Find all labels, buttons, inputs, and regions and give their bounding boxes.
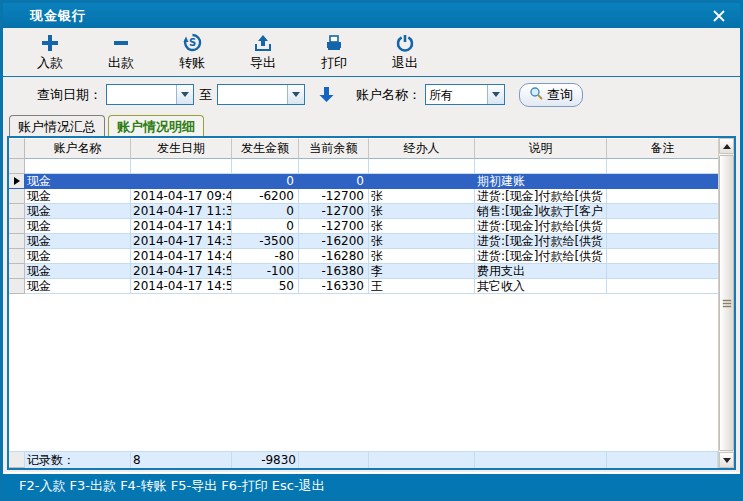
transfer-button[interactable]: S 转账 xyxy=(163,30,221,74)
cell-note xyxy=(607,279,718,294)
search-button[interactable]: 查询 xyxy=(519,83,583,107)
cell-note xyxy=(607,249,718,264)
cell-handler: 张 xyxy=(369,189,475,204)
record-count-value: 8 xyxy=(131,452,232,468)
toolbar: 入款 出款 S 转账 xyxy=(3,28,740,77)
print-button[interactable]: 打印 xyxy=(305,30,363,74)
cell-amount xyxy=(232,159,299,174)
table-row[interactable]: 现金00期初建账 xyxy=(9,174,718,189)
cell-description: 进货:[现金]付款给[供货 xyxy=(475,249,607,264)
cell-amount: -3500 xyxy=(232,234,299,249)
cell-date: 2014-04-17 14:52 xyxy=(131,279,232,294)
toolbar-label: 转账 xyxy=(179,54,205,72)
row-gutter-cell xyxy=(9,264,25,279)
date-from-combobox[interactable] xyxy=(106,84,194,105)
cell-balance: -16330 xyxy=(299,279,369,294)
column-header-balance[interactable]: 当前余额 xyxy=(299,138,369,159)
summary-empty-cell xyxy=(369,452,475,468)
row-gutter-cell xyxy=(9,234,25,249)
cell-account: 现金 xyxy=(25,234,131,249)
cell-amount: -100 xyxy=(232,264,299,279)
withdraw-button[interactable]: 出款 xyxy=(92,30,150,74)
transfer-icon: S xyxy=(183,33,202,53)
cell-description: 进货:[现金]付款给[供货 xyxy=(475,189,607,204)
cell-amount: 0 xyxy=(232,204,299,219)
cell-balance: -16380 xyxy=(299,264,369,279)
cell-balance: -16200 xyxy=(299,234,369,249)
cell-date: 2014-04-17 11:34 xyxy=(131,204,232,219)
tab-account-summary[interactable]: 账户情况汇总 xyxy=(9,115,105,136)
deposit-button[interactable]: 入款 xyxy=(21,30,79,74)
row-gutter-cell xyxy=(9,279,25,294)
account-combobox[interactable]: 所有 xyxy=(425,84,505,105)
dropdown-button[interactable] xyxy=(287,85,304,104)
dropdown-button[interactable] xyxy=(176,85,193,104)
cell-balance: -16280 xyxy=(299,249,369,264)
column-header-amount[interactable]: 发生金额 xyxy=(232,138,299,159)
table-header-row: 账户名称 发生日期 发生金额 当前余额 经办人 说明 备注 xyxy=(9,138,718,159)
scrollbar-track[interactable] xyxy=(719,154,734,452)
cell-handler: 李 xyxy=(369,264,475,279)
cell-amount: 0 xyxy=(232,174,299,189)
cell-account: 现金 xyxy=(25,219,131,234)
cell-balance: -12700 xyxy=(299,219,369,234)
table-row[interactable]: 现金2014-04-17 14:31-3500-16200张进货:[现金]付款给… xyxy=(9,234,718,249)
cell-handler: 张 xyxy=(369,249,475,264)
table-row[interactable]: 现金2014-04-17 14:5250-16330王其它收入 xyxy=(9,279,718,294)
records-table: 账户名称 发生日期 发生金额 当前余额 经办人 说明 备注 现金00期初建账现金… xyxy=(7,136,736,470)
cell-amount: -80 xyxy=(232,249,299,264)
close-button[interactable] xyxy=(710,7,728,25)
thumb-grip-icon xyxy=(723,306,731,307)
scroll-up-button[interactable] xyxy=(719,138,734,154)
cell-handler: 王 xyxy=(369,279,475,294)
table-row[interactable]: 现金2014-04-17 11:340-12700张销售:[现金]收款于[客户 xyxy=(9,204,718,219)
cell-description xyxy=(475,159,607,174)
cell-account: 现金 xyxy=(25,204,131,219)
cell-description: 进货:[现金]付款给[供货 xyxy=(475,234,607,249)
exit-button[interactable]: 退出 xyxy=(376,30,434,74)
column-header-description[interactable]: 说明 xyxy=(475,138,607,159)
cell-date: 2014-04-17 14:51 xyxy=(131,264,232,279)
table-row[interactable]: 现金2014-04-17 14:51-100-16380李费用支出 xyxy=(9,264,718,279)
cell-handler: 张 xyxy=(369,234,475,249)
column-header-date[interactable]: 发生日期 xyxy=(131,138,232,159)
date-from-value xyxy=(107,85,176,104)
table-body: 现金00期初建账现金2014-04-17 09:48-6200-12700张进货… xyxy=(9,159,718,294)
vertical-scrollbar[interactable] xyxy=(718,138,734,468)
row-gutter-cell xyxy=(9,219,25,234)
cell-date: 2014-04-17 09:48 xyxy=(131,189,232,204)
column-header-account[interactable]: 账户名称 xyxy=(25,138,131,159)
table-row[interactable]: 现金2014-04-17 09:48-6200-12700张进货:[现金]付款给… xyxy=(9,189,718,204)
column-header-handler[interactable]: 经办人 xyxy=(369,138,475,159)
export-button[interactable]: 导出 xyxy=(234,30,292,74)
cell-account: 现金 xyxy=(25,279,131,294)
thumb-grip-icon xyxy=(723,300,731,301)
cell-balance xyxy=(299,159,369,174)
search-button-label: 查询 xyxy=(547,86,573,104)
cell-date: 2014-04-17 14:16 xyxy=(131,219,232,234)
tab-bar: 账户情况汇总 账户情况明细 xyxy=(3,112,740,136)
cell-description: 其它收入 xyxy=(475,279,607,294)
dropdown-button[interactable] xyxy=(487,85,504,104)
column-header-note[interactable]: 备注 xyxy=(607,138,718,159)
down-arrow-icon[interactable] xyxy=(319,86,334,103)
chevron-down-icon xyxy=(292,92,300,97)
grid: 账户名称 发生日期 发生金额 当前余额 经办人 说明 备注 现金00期初建账现金… xyxy=(9,138,718,468)
chevron-down-icon xyxy=(181,92,189,97)
cell-account: 现金 xyxy=(25,264,131,279)
cell-date: 2014-04-17 14:31 xyxy=(131,234,232,249)
date-to-value xyxy=(218,85,287,104)
close-icon xyxy=(713,7,725,26)
tab-account-detail[interactable]: 账户情况明细 xyxy=(108,115,204,136)
toolbar-label: 入款 xyxy=(37,54,63,72)
table-row[interactable]: 现金2014-04-17 14:43-80-16280张进货:[现金]付款给[供… xyxy=(9,249,718,264)
summary-empty-cell xyxy=(299,452,369,468)
scrollbar-thumb[interactable] xyxy=(719,155,734,451)
cell-amount: 0 xyxy=(232,219,299,234)
row-gutter-cell xyxy=(9,249,25,264)
scroll-down-button[interactable] xyxy=(719,452,734,468)
empty-row[interactable] xyxy=(9,159,718,174)
table-row[interactable]: 现金2014-04-17 14:160-12700张进货:[现金]付款给[供货 xyxy=(9,219,718,234)
date-to-combobox[interactable] xyxy=(217,84,305,105)
cell-note xyxy=(607,159,718,174)
